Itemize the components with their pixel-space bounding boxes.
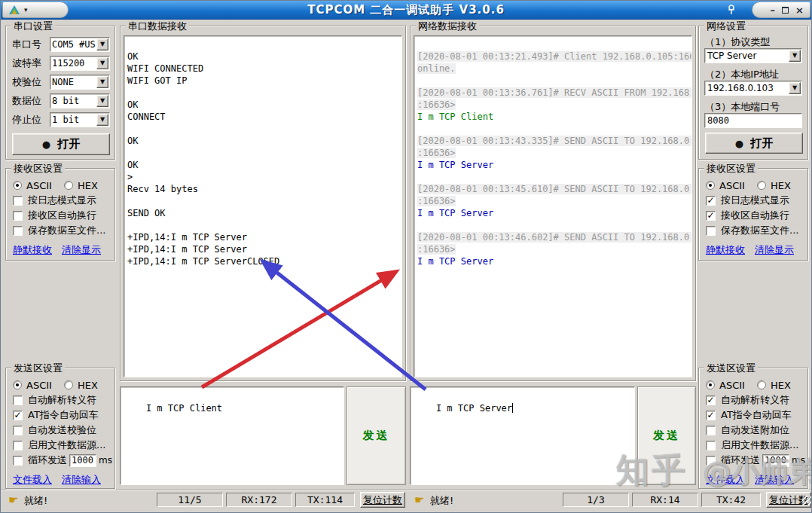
- checkbox-checked-icon[interactable]: ✓: [706, 395, 716, 405]
- combo-dropdown-button[interactable]: ▼: [96, 57, 108, 69]
- radio-option-hex[interactable]: HEX: [757, 180, 791, 191]
- log-text: [2020-08-01 00:13:21.493]# Client 192.16…: [417, 51, 692, 62]
- checkbox-icon[interactable]: [13, 441, 23, 450]
- checkbox-row[interactable]: ✓接收区自动换行: [706, 208, 807, 223]
- radio-option-ascii[interactable]: ASCII: [13, 380, 52, 391]
- statusbar-divider: [1, 490, 811, 491]
- checkbox-row[interactable]: 启用文件数据源...: [13, 438, 114, 453]
- checkbox-row[interactable]: ✓按日志模式显示: [706, 193, 807, 208]
- close-button[interactable]: ×: [795, 5, 804, 15]
- checkbox-icon[interactable]: [13, 211, 23, 221]
- radio-option-hex[interactable]: HEX: [64, 380, 98, 391]
- serial-send-input[interactable]: I m TCP Client: [120, 386, 344, 485]
- checkbox-icon[interactable]: [13, 196, 23, 206]
- network-send-button[interactable]: 发送: [637, 386, 696, 485]
- checkbox-row[interactable]: 自动发送附加位: [706, 423, 807, 438]
- loop-interval-input[interactable]: 1000: [762, 454, 789, 467]
- radio-option-hex[interactable]: HEX: [64, 180, 98, 191]
- checkbox-icon[interactable]: [706, 456, 716, 466]
- radio-option-ascii[interactable]: ASCII: [706, 380, 745, 391]
- network-send-input[interactable]: I m TCP Server: [410, 386, 635, 485]
- network-recv-settings-group: 接收区设置 ASCIIHEX✓按日志模式显示✓接收区自动换行保存数据至文件...…: [698, 168, 808, 261]
- combo-dropdown-button[interactable]: ▼: [789, 82, 801, 94]
- radio-option-hex[interactable]: HEX: [757, 380, 791, 391]
- network-send-settings-group: 发送区设置 ASCIIHEX✓自动解析转义符✓AT指令自动回车自动发送附加位启用…: [698, 368, 808, 489]
- combo-dropdown-button[interactable]: ▼: [96, 95, 108, 107]
- combo-dropdown-button[interactable]: ▼: [96, 38, 108, 50]
- checkbox-row[interactable]: ✓AT指令自动回车: [13, 408, 114, 423]
- checkbox-icon[interactable]: [706, 441, 716, 450]
- status-cell: 1/3: [563, 493, 629, 507]
- network-receive-log[interactable]: [2020-08-01 00:13:21.493]# Client 192.16…: [414, 35, 692, 377]
- serial-field-combo[interactable]: NONE▼: [50, 75, 110, 90]
- checkbox-icon[interactable]: [13, 226, 23, 236]
- resize-grip[interactable]: [802, 496, 812, 505]
- serial-reset-count-button[interactable]: 复位计数: [360, 492, 405, 508]
- checkbox-row[interactable]: 接收区自动换行: [13, 208, 114, 223]
- serial-field-row: 校验位NONE▼: [12, 75, 110, 90]
- checkbox-checked-icon[interactable]: ✓: [13, 411, 23, 420]
- checkbox-row[interactable]: 保存数据至文件...: [13, 223, 114, 238]
- checkbox-row[interactable]: 按日志模式显示: [13, 193, 114, 208]
- checkbox-row[interactable]: ✓AT指令自动回车: [706, 408, 807, 423]
- minimize-button[interactable]: –: [771, 5, 776, 15]
- log-text: [2020-08-01 00:13:46.602]# SEND ASCII TO…: [417, 232, 692, 243]
- checkbox-icon[interactable]: [13, 395, 23, 405]
- action-link[interactable]: 静默接收: [13, 243, 52, 257]
- serial-field-combo[interactable]: 115200▼: [50, 56, 110, 71]
- checkbox-icon[interactable]: [706, 426, 716, 435]
- combo-dropdown-button[interactable]: ▼: [96, 114, 108, 126]
- checkbox-icon[interactable]: [13, 426, 23, 435]
- action-link[interactable]: 静默接收: [706, 243, 745, 257]
- maximize-button[interactable]: [782, 7, 789, 14]
- action-link[interactable]: 清除显示: [62, 243, 101, 257]
- serial-field-combo[interactable]: 1 bit▼: [50, 112, 110, 127]
- serial-send-button[interactable]: 发送: [346, 386, 406, 485]
- checkbox-row[interactable]: 循环发送1000ms: [13, 453, 114, 468]
- checkbox-row[interactable]: 循环发送1000ms: [706, 453, 807, 468]
- radio-label: ASCII: [26, 380, 52, 391]
- network-open-button[interactable]: ● 打开: [705, 133, 803, 154]
- action-link[interactable]: 文件载入: [13, 473, 52, 487]
- checkbox-icon[interactable]: [706, 226, 716, 236]
- group-title: 接收区设置: [11, 163, 65, 174]
- protocol-type-select[interactable]: TCP Server ▼: [704, 48, 802, 63]
- log-text: [2020-08-01 00:13:36.761]# RECV ASCII FR…: [417, 87, 692, 98]
- checkbox-row[interactable]: 自动发送校验位: [13, 423, 114, 438]
- action-link[interactable]: 文件载入: [706, 473, 745, 487]
- action-link[interactable]: 清除显示: [755, 243, 794, 257]
- combo-dropdown-button[interactable]: ▼: [789, 50, 801, 62]
- group-title: 串口设置: [11, 20, 55, 32]
- checkbox-row[interactable]: 自动解析转义符: [13, 392, 114, 408]
- checkbox-checked-icon[interactable]: ✓: [706, 211, 716, 221]
- pointing-hand-icon: ☛: [414, 493, 424, 507]
- checkbox-label: 自动解析转义符: [28, 393, 96, 407]
- status-cell: 11/5: [157, 493, 223, 507]
- checkbox-row[interactable]: 保存数据至文件...: [706, 223, 807, 238]
- pin-icon[interactable]: [725, 4, 737, 16]
- checkbox-row[interactable]: ✓自动解析转义符: [706, 392, 807, 408]
- local-ip-select[interactable]: 192.168.0.103 ▼: [704, 81, 802, 96]
- radio-option-ascii[interactable]: ASCII: [706, 180, 745, 191]
- local-port-input[interactable]: 8080: [704, 113, 802, 128]
- log-text: OK: [127, 160, 138, 170]
- action-link[interactable]: 清除输入: [755, 473, 794, 487]
- checkbox-row[interactable]: 启用文件数据源...: [706, 438, 807, 453]
- chevron-down-icon: ▼: [100, 117, 105, 123]
- loop-interval-input[interactable]: 1000: [69, 454, 96, 467]
- checkbox-icon[interactable]: [13, 456, 23, 466]
- radio-option-ascii[interactable]: ASCII: [13, 180, 52, 191]
- serial-field-combo[interactable]: COM5 #US▼: [50, 37, 110, 52]
- serial-field-combo[interactable]: 8 bit▼: [50, 93, 110, 108]
- action-link[interactable]: 清除输入: [62, 473, 101, 487]
- serial-receive-log[interactable]: OKWIFI CONNECTEDWIFI GOT IPOKCONNECTOKOK…: [124, 35, 402, 377]
- serial-open-button[interactable]: ● 打开: [12, 133, 110, 155]
- combo-dropdown-button[interactable]: ▼: [96, 76, 108, 88]
- local-port-label: （3）本地端口号: [705, 100, 807, 112]
- net-log-line: [417, 123, 688, 135]
- checkbox-checked-icon[interactable]: ✓: [706, 411, 716, 420]
- log-text: OK: [127, 51, 138, 62]
- checkbox-checked-icon[interactable]: ✓: [706, 196, 716, 206]
- log-text: +IPD,14:I m TCP ServerCLOSED: [127, 256, 279, 267]
- network-status-text: 就绪!: [430, 494, 453, 508]
